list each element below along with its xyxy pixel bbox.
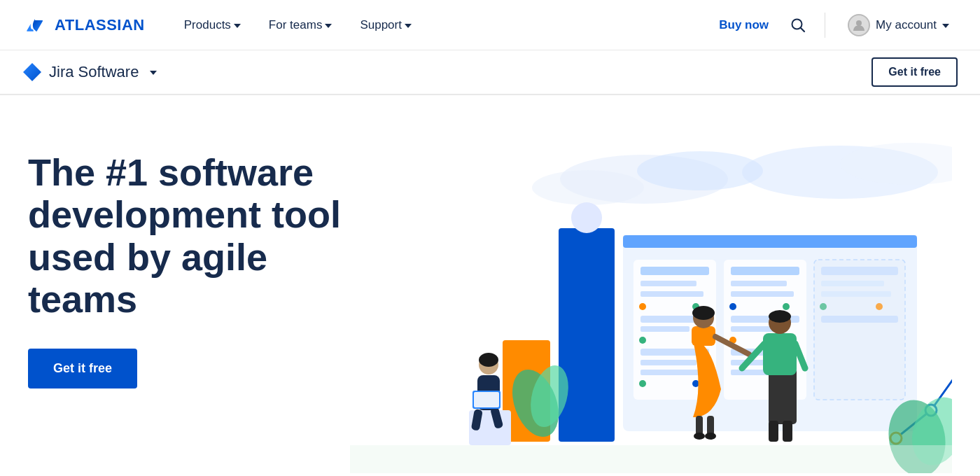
svg-rect-15 (640, 281, 696, 286)
nav-divider (825, 13, 825, 38)
svg-rect-78 (783, 421, 792, 442)
jira-software-title: Jira Software (49, 63, 139, 81)
svg-rect-72 (763, 333, 797, 375)
support-chevron-icon (405, 24, 412, 28)
svg-point-70 (705, 433, 716, 440)
svg-rect-62 (474, 392, 499, 407)
svg-rect-25 (640, 370, 704, 375)
nav-for-teams[interactable]: For teams (258, 13, 344, 38)
svg-rect-44 (821, 316, 898, 323)
svg-point-58 (479, 353, 498, 367)
svg-rect-16 (640, 291, 704, 297)
user-icon (853, 19, 865, 31)
svg-rect-31 (731, 291, 794, 297)
atlassian-logo-text: ATLASSIAN (55, 16, 145, 34)
svg-rect-9 (559, 228, 615, 442)
nav-support[interactable]: Support (349, 13, 423, 38)
svg-point-46 (876, 303, 883, 310)
nav-right: Buy now My account (716, 8, 958, 42)
svg-point-21 (639, 337, 646, 344)
svg-rect-12 (623, 235, 917, 248)
svg-point-74 (769, 310, 791, 323)
svg-rect-29 (731, 267, 799, 275)
hero-get-it-free-button[interactable]: Get it free (28, 349, 137, 388)
svg-rect-68 (707, 416, 714, 435)
nav-products[interactable]: Products (173, 13, 252, 38)
svg-point-5 (532, 170, 644, 205)
svg-point-65 (692, 306, 715, 320)
svg-rect-67 (696, 416, 703, 435)
svg-rect-20 (640, 326, 690, 332)
account-label: My account (876, 18, 937, 32)
products-chevron-icon (234, 24, 241, 28)
svg-point-33 (783, 303, 790, 310)
hero-section: The #1 software development tool used by… (0, 95, 980, 473)
account-chevron-icon (942, 24, 949, 28)
account-avatar (848, 14, 870, 36)
subnav-get-it-free-button[interactable]: Get it free (872, 57, 958, 87)
svg-point-69 (694, 433, 705, 440)
svg-rect-54 (350, 445, 952, 473)
svg-rect-77 (769, 421, 778, 442)
account-menu[interactable]: My account (839, 8, 958, 42)
top-nav: ATLASSIAN Products For teams Support Buy… (0, 0, 980, 50)
svg-point-17 (639, 303, 646, 310)
search-button[interactable] (785, 13, 811, 38)
search-icon (790, 18, 806, 33)
svg-point-32 (729, 303, 736, 310)
atlassian-logo-icon (22, 13, 48, 38)
svg-rect-43 (821, 291, 891, 297)
svg-point-10 (571, 202, 602, 233)
svg-rect-24 (640, 360, 696, 365)
svg-rect-41 (821, 267, 898, 275)
svg-rect-42 (821, 281, 884, 286)
product-subnav: Jira Software Get it free (0, 50, 980, 95)
jira-diamond-icon (22, 62, 42, 82)
svg-point-26 (639, 380, 646, 387)
hero-illustration-svg (350, 137, 952, 473)
svg-point-2 (856, 20, 862, 26)
jira-chevron-icon (150, 71, 157, 75)
svg-line-1 (801, 27, 805, 31)
svg-point-45 (820, 303, 827, 310)
svg-rect-14 (640, 267, 709, 275)
atlassian-logo[interactable]: ATLASSIAN (22, 13, 145, 38)
for-teams-chevron-icon (325, 24, 332, 28)
hero-heading: The #1 software development tool used by… (28, 151, 364, 321)
jira-software-logo[interactable]: Jira Software (22, 62, 157, 82)
nav-links: Products For teams Support (173, 13, 716, 38)
buy-now-button[interactable]: Buy now (716, 13, 771, 38)
hero-text: The #1 software development tool used by… (28, 137, 364, 388)
hero-illustration (350, 137, 952, 473)
svg-rect-71 (769, 368, 797, 424)
svg-rect-30 (731, 281, 787, 286)
svg-rect-63 (692, 326, 715, 346)
